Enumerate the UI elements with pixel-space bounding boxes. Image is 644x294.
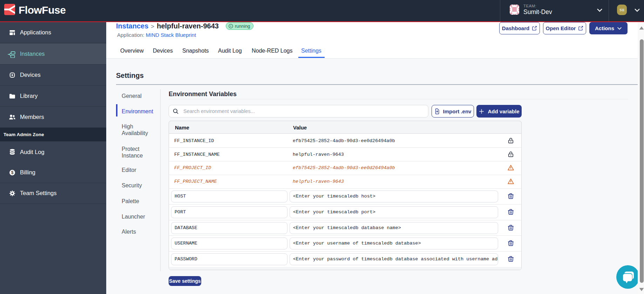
svg-text:$: $ (11, 170, 14, 175)
